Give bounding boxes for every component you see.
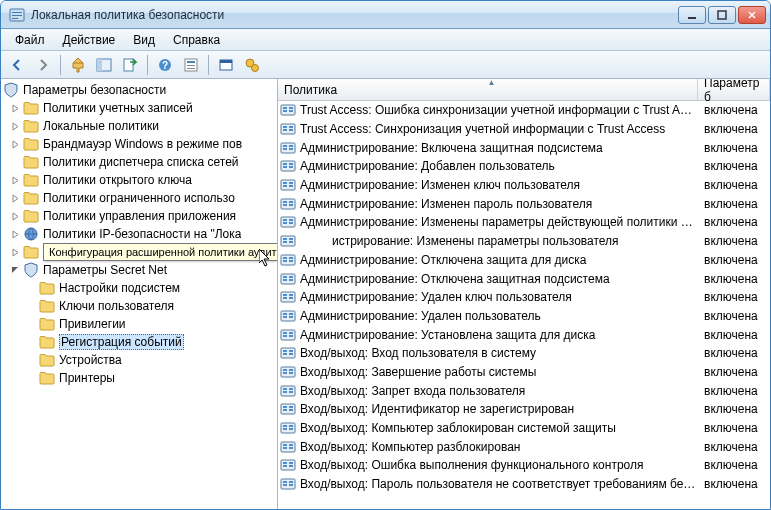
expand-icon[interactable] (9, 192, 21, 204)
svg-rect-116 (283, 462, 287, 464)
registry-icon (280, 252, 296, 268)
registry-icon (280, 102, 296, 118)
tree-root[interactable]: Параметры безопасности (1, 81, 277, 99)
settings-button[interactable] (240, 53, 264, 77)
export-button[interactable] (118, 53, 142, 77)
tree-item-label: Локальные политики (43, 119, 159, 133)
tree-item[interactable]: Локальные политики (1, 117, 277, 135)
column-setting[interactable]: Параметр б (698, 79, 770, 100)
tree-item[interactable]: Политики диспетчера списка сетей (1, 153, 277, 171)
policy-name: Trust Access: Синхронизация учетной инфо… (300, 122, 698, 136)
forward-button[interactable] (31, 53, 55, 77)
tree-item[interactable]: Устройства (1, 351, 277, 369)
tree-item[interactable]: Политики учетных записей (1, 99, 277, 117)
back-button[interactable] (5, 53, 29, 77)
expand-icon[interactable] (9, 102, 21, 114)
list-row[interactable]: Trust Access: Ошибка синхронизации учетн… (278, 101, 770, 120)
minimize-button[interactable] (678, 6, 706, 24)
list-row[interactable]: Администрирование: Изменен ключ пользова… (278, 176, 770, 195)
svg-rect-67 (283, 279, 287, 281)
toolbar-separator (147, 55, 148, 75)
svg-rect-34 (289, 148, 293, 150)
svg-rect-63 (289, 257, 293, 259)
tree-item[interactable]: Конфигурация расширенной полити (1, 243, 277, 261)
tree-item[interactable]: Политики управления приложения (1, 207, 277, 225)
show-hide-tree-button[interactable] (92, 53, 116, 77)
list-row[interactable]: Администрирование: Удален пользовательвк… (278, 307, 770, 326)
properties-button[interactable] (179, 53, 203, 77)
tree-item[interactable]: Параметры Secret Net (1, 261, 277, 279)
list-row[interactable]: Администрирование: Отключена защита для … (278, 251, 770, 270)
folder-icon (39, 370, 55, 386)
expand-icon[interactable] (9, 228, 21, 240)
list-row[interactable]: Вход/выход: Пароль пользователя не соотв… (278, 475, 770, 494)
svg-rect-72 (283, 297, 287, 299)
maximize-button[interactable] (708, 6, 736, 24)
list-row[interactable]: Администрирование: Отключена защитная по… (278, 269, 770, 288)
window-button[interactable] (214, 53, 238, 77)
list-row[interactable]: Администрирование: Установлена защита дл… (278, 325, 770, 344)
svg-rect-13 (187, 65, 195, 66)
collapse-icon[interactable] (9, 264, 21, 276)
list-row[interactable]: Вход/выход: Ошибка выполнения функционал… (278, 456, 770, 475)
close-button[interactable] (738, 6, 766, 24)
svg-rect-53 (289, 219, 293, 221)
tree-item[interactable]: Политики открытого ключа (1, 171, 277, 189)
list-row[interactable]: Администрирование: Добавлен пользователь… (278, 157, 770, 176)
list-row[interactable]: истрирование: Изменены параметры пользов… (278, 232, 770, 251)
menu-action[interactable]: Действие (55, 31, 124, 49)
svg-rect-89 (289, 353, 293, 355)
menu-help[interactable]: Справка (165, 31, 228, 49)
svg-rect-12 (187, 61, 195, 63)
svg-rect-124 (289, 484, 293, 486)
tree-item[interactable]: Принтеры (1, 369, 277, 387)
policy-name: Вход/выход: Вход пользователя в систему (300, 346, 698, 360)
policy-name: Администрирование: Удален пользователь (300, 309, 698, 323)
list-row[interactable]: Вход/выход: Идентификатор не зарегистрир… (278, 400, 770, 419)
svg-rect-22 (283, 110, 287, 112)
help-button[interactable]: ? (153, 53, 177, 77)
list-row[interactable]: Вход/выход: Запрет входа пользователявкл… (278, 381, 770, 400)
expand-icon[interactable] (9, 120, 21, 132)
up-button[interactable] (66, 53, 90, 77)
list-row[interactable]: Вход/выход: Завершение работы системывкл… (278, 363, 770, 382)
list-row[interactable]: Вход/выход: Компьютер заблокирован систе… (278, 419, 770, 438)
tree-item[interactable]: Настройки подсистем (1, 279, 277, 297)
svg-rect-59 (289, 241, 293, 243)
menu-view[interactable]: Вид (125, 31, 163, 49)
folder-icon (39, 280, 55, 296)
expand-icon[interactable] (9, 138, 21, 150)
column-policy[interactable]: Политика ▲ (278, 79, 698, 100)
svg-rect-52 (283, 222, 287, 224)
policy-value: включена (698, 197, 770, 211)
svg-rect-49 (289, 204, 293, 206)
tree-item[interactable]: Брандмауэр Windows в режиме пов (1, 135, 277, 153)
toolbar-separator (60, 55, 61, 75)
expand-icon[interactable] (9, 246, 21, 258)
list-row[interactable]: Администрирование: Изменен пароль пользо… (278, 194, 770, 213)
expand-icon[interactable] (9, 174, 21, 186)
window-buttons (678, 6, 766, 24)
folder-icon (23, 136, 39, 152)
policy-name: Администрирование: Изменен пароль пользо… (300, 197, 698, 211)
tree-item[interactable]: Регистрация событий (1, 333, 277, 351)
tree-item[interactable]: Политики IP-безопасности на "Лока (1, 225, 277, 243)
tree-item[interactable]: Привилегии (1, 315, 277, 333)
list-row[interactable]: Администрирование: Удален ключ пользоват… (278, 288, 770, 307)
svg-rect-117 (283, 465, 287, 467)
list-row[interactable]: Администрирование: Включена защитная под… (278, 138, 770, 157)
list-row[interactable]: Вход/выход: Вход пользователя в системув… (278, 344, 770, 363)
policy-name: Администрирование: Включена защитная под… (300, 141, 698, 155)
policy-value: включена (698, 346, 770, 360)
policy-value: включена (698, 365, 770, 379)
svg-rect-73 (289, 294, 293, 296)
tree-item[interactable]: Политики ограниченного использо (1, 189, 277, 207)
svg-rect-51 (283, 219, 287, 221)
list-row[interactable]: Вход/выход: Компьютер разблокированвключ… (278, 437, 770, 456)
menu-file[interactable]: Файл (7, 31, 53, 49)
list-row[interactable]: Trust Access: Синхронизация учетной инфо… (278, 120, 770, 139)
tree-item[interactable]: Ключи пользователя (1, 297, 277, 315)
list-row[interactable]: Администрирование: Изменены параметры де… (278, 213, 770, 232)
expand-icon[interactable] (9, 210, 21, 222)
folder-icon (23, 244, 39, 260)
